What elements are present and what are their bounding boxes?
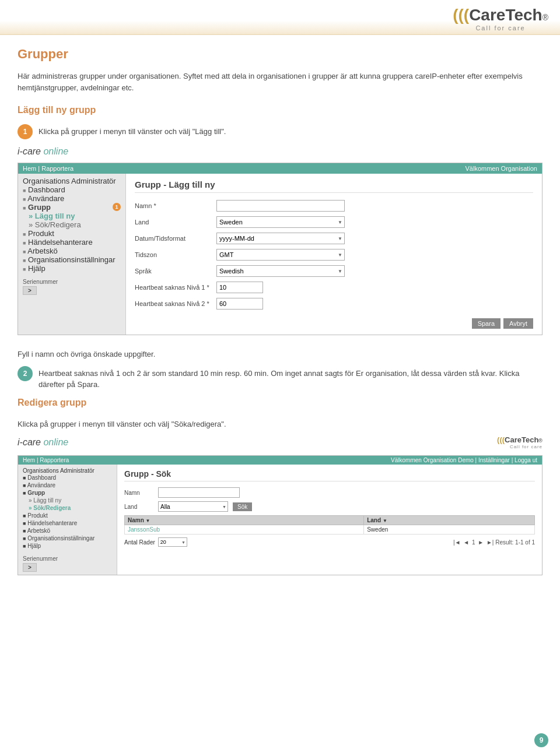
ss2-label-namn: Namn: [124, 490, 153, 496]
ss2-nav-produkt: ■ Produkt: [23, 512, 112, 519]
section1-title: Lägg till ny grupp: [18, 105, 542, 115]
form-label-datum: Datum/Tidsformat: [135, 235, 211, 242]
nav-item-produkt: ■ Produkt: [23, 229, 121, 238]
ss2-nav-handel: ■ Händelsehanterare: [23, 519, 112, 527]
logo2-caretech: (((CareTech® Call for care: [497, 435, 542, 449]
ss2-nav-title: Organisations Administratör: [23, 467, 112, 474]
step2-container: 2 Heartbeat saknas nivå 1 och 2 är som s…: [18, 366, 542, 391]
ss2-nav-dashboard: ■ Dashboard: [23, 474, 112, 481]
ss2-serienummer-btn[interactable]: >: [23, 563, 37, 572]
ss2-input-namn[interactable]: [158, 487, 240, 498]
ss2-nav-anvandare: ■ Användare: [23, 481, 112, 489]
step2-detail-text: Heartbeat saknas nivå 1 och 2 är som sta…: [38, 366, 542, 391]
small-logo-tagline: Call for care: [497, 444, 542, 449]
nav-item-sok-redigera: » Sök/Redigera: [23, 220, 121, 229]
logo: (((CareTech®: [453, 6, 548, 24]
step2-intro-text: Fyll i namn och övriga önskade uppgifter…: [18, 347, 542, 360]
ss2-pagination-left: Antal Rader 20: [124, 537, 187, 547]
nav-item-grupp: ■ Grupp 1: [23, 203, 121, 212]
logo-parens: (((: [453, 6, 469, 24]
ss2-cell-land: Sweden: [364, 525, 535, 535]
ss2-label-land: Land: [124, 504, 153, 510]
section2-title: Redigera grupp: [18, 398, 542, 408]
antal-rader-select[interactable]: 20: [158, 537, 187, 547]
ss2-nav-grupp: ■ Grupp: [23, 489, 112, 497]
form-label-tidszon: Tidszon: [135, 251, 211, 258]
form-select-sprak-wrapper: Swedish: [216, 265, 345, 277]
ss2-row-land: Land Alla Sök: [124, 501, 535, 512]
ss2-select-land-wrap: Alla: [158, 501, 228, 512]
icare-online: online: [43, 146, 68, 156]
form-input-heartbeat2[interactable]: [216, 298, 263, 310]
nav-item-org-installningar: ■ Organisationsinställningar: [23, 255, 121, 264]
form-label-heartbeat1: Heartbeat saknas Nivå 1 *: [135, 284, 211, 291]
save-button[interactable]: Spara: [472, 318, 501, 329]
ss2-serienummer-label: Serienummer: [23, 555, 112, 562]
form-input-heartbeat1[interactable]: [216, 282, 263, 293]
ss2-top-right: Välkommen Organisation Demo | Inställnin…: [391, 457, 537, 463]
nav-item-handelsehanterare: ■ Händelsehanterare: [23, 238, 121, 247]
form-row-land: Land Sweden: [135, 216, 533, 228]
pagination-first[interactable]: |◄: [453, 539, 461, 546]
serienummer-button[interactable]: >: [23, 286, 37, 295]
icare-logo-2-row: i-care online (((CareTech® Call for care: [18, 435, 542, 449]
ss1-top-nav-left: Hem | Rapportera: [23, 165, 74, 172]
form-buttons: Spara Avbryt: [135, 315, 533, 329]
icare-logo-2: i-care online: [18, 437, 68, 448]
pagination-last[interactable]: ►|: [487, 539, 494, 546]
page-title: Grupper: [18, 47, 542, 62]
ss2-nav-arbetsko: ■ Arbetskö: [23, 527, 112, 535]
ss1-form-content: Grupp - Lägg till ny Namn * Land Sweden: [126, 174, 542, 335]
ss1-top-nav: Hem | Rapportera Välkommen Organisation: [18, 163, 542, 174]
ss1-nav-title: Organisations Administratör: [23, 177, 121, 185]
step3-text: Klicka på grupper i menyn till vänster o…: [18, 417, 542, 430]
ss2-search-button[interactable]: Sök: [233, 502, 252, 511]
cancel-button[interactable]: Avbryt: [503, 318, 533, 329]
ss2-top-left: Hem | Rapportera: [23, 457, 69, 463]
form-select-tidszon[interactable]: GMT: [216, 249, 345, 261]
form-select-datum[interactable]: yyyy-MM-dd: [216, 233, 345, 244]
ss2-form-title: Grupp - Sök: [124, 469, 535, 481]
ss2-results-table: Namn ▼ Land ▼ JanssonSub Sweden: [124, 515, 535, 535]
nav-serienummer: Serienummer >: [23, 279, 121, 295]
pagination-prev[interactable]: ◄: [463, 539, 469, 546]
ss2-serienummer: Serienummer >: [23, 555, 112, 572]
nav-item-arbetsko: ■ Arbetskö: [23, 247, 121, 255]
form-row-heartbeat2: Heartbeat saknas Nivå 2 *: [135, 298, 533, 310]
step1-badge: 1: [18, 124, 33, 139]
intro-text: Här administreras grupper under organisa…: [18, 71, 542, 93]
nav-item-anvandare: ■ Användare: [23, 194, 121, 203]
ss2-main: Organisations Administratör ■ Dashboard …: [18, 465, 542, 575]
antal-rader-label: Antal Rader: [124, 539, 155, 546]
form-row-sprak: Språk Swedish: [135, 265, 533, 277]
logo-tagline: Call for care: [453, 24, 548, 31]
ss2-form-content: Grupp - Sök Namn Land Alla Sök: [117, 465, 542, 575]
ss2-nav-org: ■ Organisationsinställningar: [23, 535, 112, 542]
step2-badge: 2: [18, 366, 33, 381]
form-row-heartbeat1: Heartbeat saknas Nivå 1 *: [135, 282, 533, 293]
ss2-nav-hjalp: ■ Hjälp: [23, 542, 112, 550]
ss2-select-land[interactable]: Alla: [158, 501, 228, 512]
ss2-cell-namn: JanssonSub: [125, 525, 364, 535]
nav-item-dashboard: ■ Dashboard: [23, 185, 121, 194]
form-row-datum: Datum/Tidsformat yyyy-MM-dd: [135, 233, 533, 244]
form-select-sprak[interactable]: Swedish: [216, 265, 345, 277]
screenshot2: Hem | Rapportera Välkommen Organisation …: [18, 455, 542, 575]
screenshot1: Hem | Rapportera Välkommen Organisation …: [18, 163, 542, 335]
ss2-col-land: Land ▼: [364, 516, 535, 525]
ss1-sidebar: Organisations Administratör ■ Dashboard …: [18, 174, 126, 335]
pagination-next[interactable]: ►: [478, 539, 484, 546]
form-select-land[interactable]: Sweden: [216, 216, 345, 228]
logo-care: CareTech: [469, 6, 542, 24]
nav-item-hjalp: ■ Hjälp: [23, 264, 121, 273]
ss2-col-namn: Namn ▼: [125, 516, 364, 525]
ss2-sidebar: Organisations Administratör ■ Dashboard …: [18, 465, 117, 575]
form-row-namn: Namn *: [135, 200, 533, 212]
form-select-datum-wrapper: yyyy-MM-dd: [216, 233, 345, 244]
page-content: Grupper Här administreras grupper under …: [0, 35, 560, 599]
nav-badge-1: 1: [113, 203, 121, 211]
form-input-namn[interactable]: [216, 200, 345, 212]
page-number: 9: [534, 733, 548, 747]
icare-care: -care: [20, 146, 41, 156]
form-label-namn: Namn *: [135, 202, 211, 209]
